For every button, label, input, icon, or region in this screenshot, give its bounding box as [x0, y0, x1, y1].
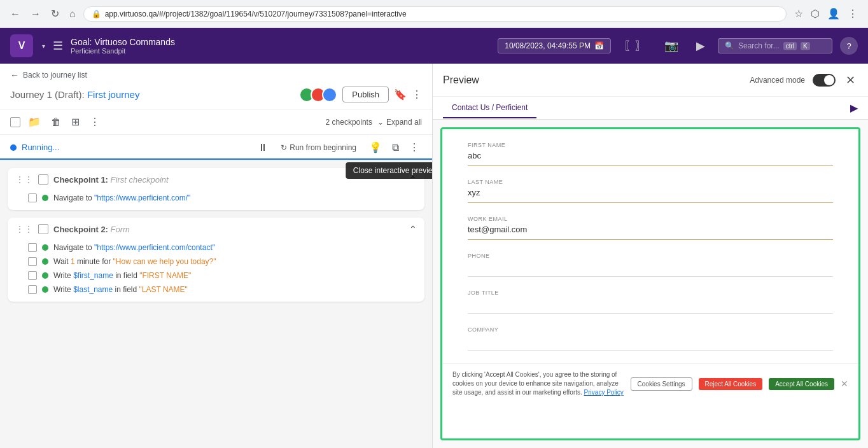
- checkpoint-card-2: ⋮⋮ Checkpoint 2: Form ⌃ Navigate to "htt…: [8, 218, 424, 302]
- checkpoint-1-checkbox[interactable]: [38, 174, 48, 185]
- form-value-lastname[interactable]: xyz: [468, 188, 833, 203]
- preview-header: Preview Advanced mode ✕: [433, 64, 868, 97]
- expand-chevron-icon: ⌄: [377, 118, 384, 127]
- step-text-write-lastname: Write $last_name in field "LAST NAME": [53, 285, 188, 294]
- header-menu-button[interactable]: ☰: [53, 39, 63, 53]
- form-value-email[interactable]: test@gmail.com: [468, 225, 833, 240]
- browser-chrome: ← → ↻ ⌂ 🔒 app.virtuoso.qa/#/project/1382…: [0, 0, 868, 28]
- step-checkbox-wait[interactable]: [28, 257, 37, 266]
- form-value-phone[interactable]: [468, 262, 833, 277]
- form-value-company[interactable]: [468, 335, 833, 351]
- step-checkbox[interactable]: [28, 193, 37, 202]
- folder-icon-button[interactable]: 📁: [25, 113, 43, 130]
- url-text: app.virtuoso.qa/#/project/1382/goal/1196…: [105, 10, 778, 18]
- delete-icon-button[interactable]: 🗑: [48, 114, 64, 130]
- preview-content: FIRST NAME abc LAST NAME xyz WORK EMAIL …: [433, 120, 868, 448]
- cookies-settings-button[interactable]: Cookies Settings: [631, 377, 692, 391]
- reject-all-cookies-button[interactable]: Reject All Cookies: [699, 378, 763, 390]
- avatar-blue: [322, 87, 337, 102]
- run-from-beginning-button[interactable]: ↻ Run from beginning: [276, 141, 361, 155]
- close-preview-button[interactable]: ✕: [843, 71, 858, 90]
- menu-dots-icon[interactable]: ⋮: [845, 5, 860, 22]
- nav-refresh-button[interactable]: ↻: [48, 5, 62, 22]
- running-underline: [0, 158, 432, 160]
- close-interactive-preview-tooltip: Close interactive preview: [346, 162, 433, 179]
- running-status-dot: [10, 144, 17, 151]
- checkpoint-2-checkbox[interactable]: [38, 224, 48, 234]
- expand-all-button[interactable]: ⌄ Expand all: [377, 118, 422, 127]
- checkpoint-2-title: Checkpoint 2: Form: [53, 225, 404, 234]
- journey-title-actions: Publish 🔖 ⋮: [299, 87, 422, 102]
- step-status-dot: [42, 195, 48, 201]
- step-dot-write-firstname: [42, 272, 48, 279]
- form-field-phone: PHONE: [468, 253, 833, 277]
- journey-more-options-icon[interactable]: ⋮: [412, 88, 422, 101]
- step-checkbox-navigate[interactable]: [28, 243, 37, 252]
- left-panel: ← Back to journey list Journey 1 (Draft)…: [0, 64, 433, 448]
- pause-button[interactable]: ⏸: [255, 139, 270, 156]
- step-checkbox-write-lastname[interactable]: [28, 285, 37, 294]
- checkpoints-count: 2 checkpoints: [326, 118, 372, 127]
- advanced-mode-label: Advanced mode: [750, 76, 805, 85]
- form-label-phone: PHONE: [468, 253, 833, 259]
- journey-title-name: First journey: [87, 89, 140, 100]
- form-field-jobtitle: JOB TITLE: [468, 290, 833, 314]
- checkpoint-2-collapse-icon[interactable]: ⌃: [409, 224, 417, 234]
- form-value-firstname[interactable]: abc: [468, 151, 833, 166]
- drag-handle-icon[interactable]: ⋮⋮: [15, 174, 33, 185]
- bookmark-icon[interactable]: 🔖: [394, 88, 407, 101]
- play-icon[interactable]: ▶: [691, 36, 710, 55]
- datetime-text: 10/08/2023, 04:49:55 PM: [505, 41, 591, 50]
- running-more-options-button[interactable]: ⋮: [407, 139, 422, 156]
- split-view-icon-button[interactable]: ⧉ Close interactive preview: [389, 139, 402, 156]
- extension-icon[interactable]: ⬡: [808, 5, 822, 22]
- app-logo[interactable]: V: [10, 34, 33, 57]
- drag-handle-icon-2[interactable]: ⋮⋮: [15, 224, 33, 234]
- tuning-fork-icon[interactable]: 〖〗: [619, 36, 652, 56]
- nav-home-button[interactable]: ⌂: [67, 6, 78, 22]
- cookie-close-icon[interactable]: ✕: [841, 379, 848, 389]
- form-label-email: WORK EMAIL: [468, 216, 833, 222]
- checkpoint-2-header[interactable]: ⋮⋮ Checkpoint 2: Form ⌃: [8, 218, 424, 241]
- goal-label: Goal:: [71, 37, 92, 47]
- preview-header-right: Advanced mode ✕: [750, 71, 858, 90]
- datetime-display[interactable]: 10/08/2023, 04:49:55 PM 📅: [498, 38, 611, 53]
- toolbar-more-options-button[interactable]: ⋮: [87, 113, 102, 130]
- tab-contact-us[interactable]: Contact Us / Perficient: [443, 98, 536, 118]
- advanced-mode-toggle[interactable]: [813, 74, 836, 87]
- columns-icon-button[interactable]: ⊞: [69, 113, 82, 130]
- pointer-icon[interactable]: ▶: [850, 102, 858, 114]
- accept-all-cookies-button[interactable]: Accept All Cookies: [769, 378, 834, 390]
- form-label-company: COMPANY: [468, 326, 833, 333]
- help-button[interactable]: ?: [840, 37, 858, 55]
- url-bar[interactable]: 🔒 app.virtuoso.qa/#/project/1382/goal/11…: [83, 6, 787, 22]
- nav-back-button[interactable]: ←: [8, 6, 23, 22]
- form-field-firstname: FIRST NAME abc: [468, 142, 833, 166]
- nav-forward-button[interactable]: →: [28, 6, 43, 22]
- goal-name: Virtuoso Commands: [94, 37, 175, 47]
- step-checkbox-write-firstname[interactable]: [28, 271, 37, 280]
- profile-icon[interactable]: 👤: [825, 5, 843, 22]
- step-link-value: "https://www.perficient.com/": [94, 193, 190, 202]
- bookmark-star-icon[interactable]: ☆: [792, 5, 806, 22]
- expand-label: Expand all: [386, 118, 422, 127]
- checkpoint-1-steps: Navigate to "https://www.perficient.com/…: [8, 191, 424, 210]
- browser-actions: ☆ ⬡ 👤 ⋮: [792, 5, 860, 22]
- avatar-group: [299, 87, 337, 102]
- preview-title: Preview: [443, 74, 479, 86]
- preview-tabs: Contact Us / Perficient ▶: [433, 97, 868, 120]
- lightbulb-icon-button[interactable]: 💡: [367, 139, 384, 156]
- select-all-checkbox[interactable]: [10, 117, 20, 127]
- privacy-policy-link[interactable]: Privacy Policy: [584, 389, 624, 396]
- main-layout: ← Back to journey list Journey 1 (Draft)…: [0, 64, 868, 448]
- app-header: V ▾ ☰ Goal: Virtuoso Commands Perficient…: [0, 28, 868, 64]
- camera-icon[interactable]: 📷: [659, 36, 683, 55]
- journey-title: Journey 1 (Draft): First journey: [10, 89, 139, 100]
- publish-button[interactable]: Publish: [342, 87, 389, 102]
- step-text-write-firstname: Write $first_name in field "FIRST NAME": [53, 271, 191, 280]
- search-bar[interactable]: 🔍 Search for... ctrl K: [718, 38, 832, 53]
- form-value-jobtitle[interactable]: [468, 298, 833, 314]
- back-arrow-icon: ←: [10, 70, 19, 80]
- back-to-journey-button[interactable]: ← Back to journey list: [10, 70, 422, 80]
- logo-chevron-icon[interactable]: ▾: [42, 43, 45, 50]
